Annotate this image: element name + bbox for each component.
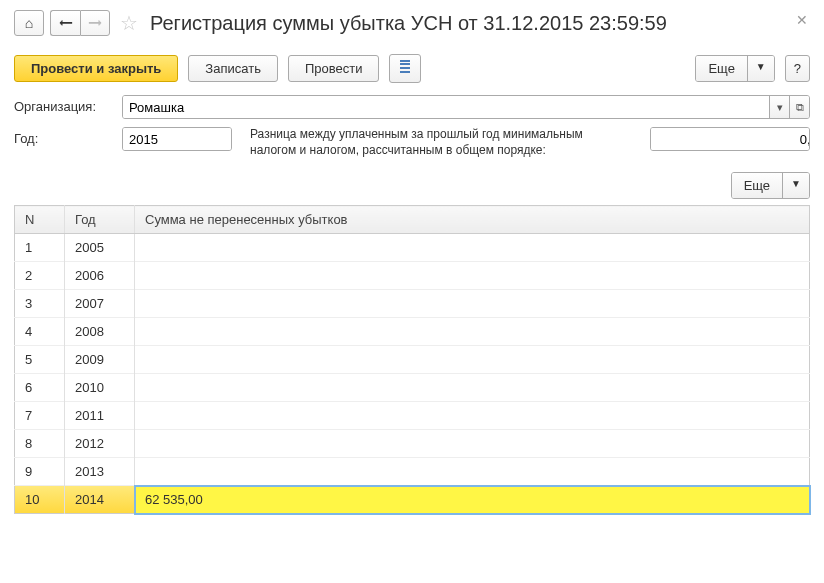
organization-input[interactable] [123, 96, 769, 118]
cell-year[interactable]: 2013 [65, 458, 135, 486]
table-row[interactable]: 82012 [15, 430, 810, 458]
cell-sum[interactable] [135, 458, 810, 486]
cell-n[interactable]: 7 [15, 402, 65, 430]
cell-n[interactable]: 10 [15, 486, 65, 514]
cell-n[interactable]: 1 [15, 234, 65, 262]
post-and-close-button[interactable]: Провести и закрыть [14, 55, 178, 82]
more-menu-button[interactable]: Еще ▼ [695, 55, 774, 82]
save-button[interactable]: Записать [188, 55, 278, 82]
arrow-right-icon: 🠖 [88, 15, 102, 31]
cell-year[interactable]: 2006 [65, 262, 135, 290]
cell-year[interactable]: 2012 [65, 430, 135, 458]
cell-year[interactable]: 2010 [65, 374, 135, 402]
losses-table: N Год Сумма не перенесенных убытков 1200… [14, 205, 810, 514]
help-button[interactable]: ? [785, 55, 810, 82]
home-button[interactable]: ⌂ [14, 10, 44, 36]
cell-year[interactable]: 2007 [65, 290, 135, 318]
open-icon[interactable]: ⧉ [789, 96, 809, 118]
dropdown-icon[interactable]: ▾ [769, 96, 789, 118]
post-button[interactable]: Провести [288, 55, 380, 82]
cell-year[interactable]: 2014 [65, 486, 135, 514]
cell-year[interactable]: 2005 [65, 234, 135, 262]
col-header-n[interactable]: N [15, 206, 65, 234]
table-row[interactable]: 42008 [15, 318, 810, 346]
chevron-down-icon: ▼ [782, 173, 809, 198]
cell-n[interactable]: 5 [15, 346, 65, 374]
table-more-menu-button[interactable]: Еще ▼ [731, 172, 810, 199]
cell-sum[interactable] [135, 318, 810, 346]
year-input[interactable] [123, 128, 232, 150]
chevron-down-icon: ▼ [747, 56, 774, 81]
cell-sum[interactable] [135, 430, 810, 458]
cell-sum[interactable] [135, 374, 810, 402]
year-label: Год: [14, 127, 114, 146]
page-title: Регистрация суммы убытка УСН от 31.12.20… [150, 12, 667, 35]
cell-sum[interactable] [135, 262, 810, 290]
table-row[interactable]: 32007 [15, 290, 810, 318]
table-row[interactable]: 72011 [15, 402, 810, 430]
cell-sum[interactable] [135, 234, 810, 262]
table-row[interactable]: 92013 [15, 458, 810, 486]
cell-year[interactable]: 2011 [65, 402, 135, 430]
organization-label: Организация: [14, 95, 114, 114]
star-icon[interactable]: ☆ [120, 11, 138, 35]
col-header-sum[interactable]: Сумма не перенесенных убытков [135, 206, 810, 234]
forward-button[interactable]: 🠖 [80, 10, 110, 36]
table-row[interactable]: 52009 [15, 346, 810, 374]
cell-sum[interactable]: 62 535,00 [135, 486, 810, 514]
cell-n[interactable]: 4 [15, 318, 65, 346]
cell-n[interactable]: 2 [15, 262, 65, 290]
back-button[interactable]: 🠔 [50, 10, 80, 36]
cell-sum[interactable] [135, 402, 810, 430]
diff-input-group: 🖩 [650, 127, 810, 151]
cell-n[interactable]: 9 [15, 458, 65, 486]
diff-input[interactable] [651, 128, 810, 150]
table-row[interactable]: 10201462 535,00 [15, 486, 810, 514]
table-row[interactable]: 12005 [15, 234, 810, 262]
main-toolbar: Провести и закрыть Записать Провести Еще… [14, 54, 810, 83]
topbar: ⌂ 🠔 🠖 ☆ Регистрация суммы убытка УСН от … [14, 10, 810, 36]
close-icon[interactable]: ✕ [796, 12, 808, 28]
organization-input-group: ▾ ⧉ [122, 95, 810, 119]
table-row[interactable]: 22006 [15, 262, 810, 290]
report-button[interactable] [389, 54, 421, 83]
cell-year[interactable]: 2008 [65, 318, 135, 346]
cell-sum[interactable] [135, 290, 810, 318]
table-row[interactable]: 62010 [15, 374, 810, 402]
year-input-group: … [122, 127, 232, 151]
cell-sum[interactable] [135, 346, 810, 374]
list-icon [398, 60, 412, 74]
diff-label: Разница между уплаченным за прошлый год … [250, 127, 590, 158]
col-header-year[interactable]: Год [65, 206, 135, 234]
cell-n[interactable]: 6 [15, 374, 65, 402]
cell-year[interactable]: 2009 [65, 346, 135, 374]
arrow-left-icon: 🠔 [59, 15, 73, 31]
cell-n[interactable]: 3 [15, 290, 65, 318]
cell-n[interactable]: 8 [15, 430, 65, 458]
home-icon: ⌂ [25, 15, 33, 31]
